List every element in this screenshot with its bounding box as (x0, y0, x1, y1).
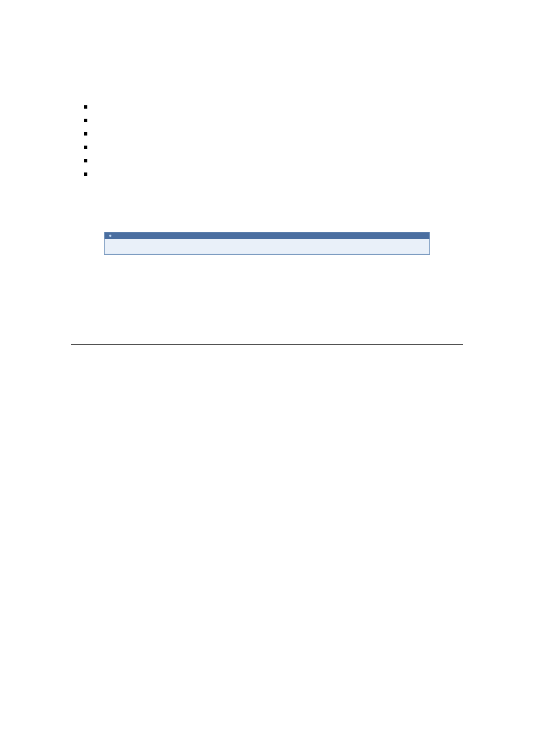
th-trunk (132, 239, 163, 254)
port-parameter-panel (104, 232, 430, 255)
footer-divider (71, 344, 463, 345)
bullet-icon (84, 172, 87, 176)
th-port (105, 239, 132, 254)
th-security (223, 239, 289, 254)
port-table (105, 239, 429, 254)
th-duplex (350, 239, 429, 254)
bullet-icon (84, 132, 87, 136)
bullet-icon (84, 105, 87, 109)
bullet-icon (84, 146, 87, 149)
th-status (162, 239, 223, 254)
th-flow (289, 239, 350, 254)
panel-title (105, 232, 429, 239)
bullet-icon (84, 159, 87, 162)
bullet-list (84, 105, 534, 176)
bullet-icon (84, 119, 87, 122)
